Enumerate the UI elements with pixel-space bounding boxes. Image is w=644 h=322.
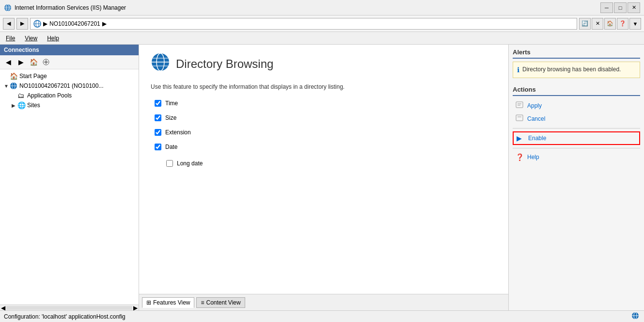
maximize-button[interactable]: □ bbox=[614, 2, 627, 13]
checkbox-extension: Extension bbox=[155, 129, 497, 136]
window-title: Internet Information Services (IIS) Mana… bbox=[15, 4, 126, 11]
server-icon bbox=[10, 82, 17, 90]
sites-icon: 🌐 bbox=[17, 101, 25, 109]
app-pools-icon: 🗂 bbox=[17, 92, 25, 99]
address-field[interactable]: ▶ NO1010042067201 ▶ bbox=[30, 18, 577, 30]
title-bar: Internet Information Services (IIS) Mana… bbox=[0, 0, 644, 16]
alerts-section: Alerts ℹ Directory browsing has been dis… bbox=[509, 45, 644, 82]
svg-rect-19 bbox=[516, 102, 523, 108]
address-text: NO1010042067201 bbox=[49, 20, 100, 27]
address-end-arrow: ▶ bbox=[102, 20, 107, 27]
tree-server-children: 🗂 Application Pools ▶ 🌐 Sites bbox=[2, 91, 137, 110]
status-text: Configuration: 'localhost' applicationHo… bbox=[4, 313, 126, 320]
checkbox-extension-input[interactable] bbox=[155, 129, 161, 136]
actions-section: Actions Apply Canc bbox=[509, 82, 644, 167]
alert-text: Directory browsing has been disabled. bbox=[522, 66, 621, 74]
status-icon bbox=[630, 312, 640, 321]
directory-browsing-icon bbox=[151, 52, 170, 76]
app-icon bbox=[4, 4, 12, 12]
tab-content-view[interactable]: ≡ Content View bbox=[196, 297, 245, 308]
alert-box: ℹ Directory browsing has been disabled. bbox=[513, 62, 640, 78]
checkbox-time-input[interactable] bbox=[155, 100, 161, 107]
connections-scrollbar[interactable]: ◀ ▶ bbox=[0, 305, 139, 310]
actions-panel: Alerts ℹ Directory browsing has been dis… bbox=[508, 45, 644, 310]
tree-item-sites[interactable]: ▶ 🌐 Sites bbox=[10, 100, 137, 110]
checkbox-list: Time Size Extension Date Long bbox=[151, 100, 497, 167]
checkbox-time: Time bbox=[155, 100, 497, 107]
refresh-button[interactable]: 🔄 bbox=[579, 18, 591, 30]
settings-button[interactable]: ▼ bbox=[629, 18, 641, 30]
action-help[interactable]: ❓ Help bbox=[513, 151, 640, 163]
action-divider-2 bbox=[513, 148, 640, 148]
connections-panel: Connections ◀ ▶ 🏠 🏠 Start Page bbox=[0, 45, 139, 310]
connections-forward-btn[interactable]: ▶ bbox=[16, 57, 26, 67]
page-description: Use this feature to specify the informat… bbox=[151, 83, 497, 90]
address-bar: ◀ ▶ ▶ NO1010042067201 ▶ 🔄 ✕ 🏠 ❓ ▼ bbox=[0, 16, 644, 32]
svg-rect-22 bbox=[516, 115, 523, 121]
actions-header: Actions bbox=[513, 86, 640, 96]
checkbox-date-input[interactable] bbox=[155, 144, 161, 150]
tab-features-view[interactable]: ⊞ Features View bbox=[142, 297, 194, 308]
menu-help[interactable]: Help bbox=[45, 34, 61, 43]
help-toolbar-button[interactable]: ❓ bbox=[617, 18, 628, 30]
checkbox-date: Date bbox=[155, 144, 497, 150]
start-page-icon: 🏠 bbox=[10, 72, 17, 80]
status-bar: Configuration: 'localhost' applicationHo… bbox=[0, 310, 644, 322]
menu-bar: File View Help bbox=[0, 32, 644, 45]
page-header: Directory Browsing bbox=[151, 52, 497, 76]
content-main: Directory Browsing Use this feature to s… bbox=[139, 45, 508, 294]
connections-back-btn[interactable]: ◀ bbox=[3, 57, 14, 67]
action-divider bbox=[513, 128, 640, 129]
enable-icon: ▶ bbox=[517, 134, 525, 142]
checkbox-long-date-input[interactable] bbox=[166, 160, 173, 167]
address-globe-icon bbox=[33, 20, 41, 28]
connections-tree: 🏠 Start Page ▼ NO1010042067201 (NO10100.… bbox=[0, 69, 139, 305]
main-layout: Connections ◀ ▶ 🏠 🏠 Start Page bbox=[0, 45, 644, 310]
connections-toolbar: ◀ ▶ 🏠 bbox=[0, 55, 139, 69]
checkbox-size-input[interactable] bbox=[155, 114, 161, 121]
page-title: Directory Browsing bbox=[176, 57, 273, 71]
checkbox-long-date: Long date bbox=[166, 160, 497, 167]
content-view-icon: ≡ bbox=[201, 299, 204, 306]
address-toolbar-icons: 🔄 ✕ 🏠 ❓ ▼ bbox=[579, 18, 641, 30]
address-arrow: ▶ bbox=[43, 20, 47, 27]
close-button[interactable]: ✕ bbox=[628, 2, 640, 13]
alerts-header: Alerts bbox=[513, 48, 640, 59]
apply-icon bbox=[516, 101, 524, 110]
action-apply[interactable]: Apply bbox=[513, 99, 640, 112]
tree-item-server[interactable]: ▼ NO1010042067201 (NO10100... bbox=[2, 81, 137, 91]
menu-file[interactable]: File bbox=[4, 34, 17, 43]
checkbox-long-date-container: Long date bbox=[155, 160, 497, 167]
checkbox-size: Size bbox=[155, 114, 497, 121]
connections-add-btn[interactable] bbox=[41, 57, 51, 67]
content-area: Directory Browsing Use this feature to s… bbox=[139, 45, 508, 310]
action-enable[interactable]: ▶ Enable bbox=[513, 131, 640, 145]
stop-button[interactable]: ✕ bbox=[592, 18, 603, 30]
alert-info-icon: ℹ bbox=[517, 66, 519, 74]
minimize-button[interactable]: ─ bbox=[600, 2, 613, 13]
window-controls: ─ □ ✕ bbox=[600, 2, 640, 13]
tree-item-app-pools[interactable]: 🗂 Application Pools bbox=[10, 91, 137, 100]
back-button[interactable]: ◀ bbox=[3, 18, 15, 30]
forward-button[interactable]: ▶ bbox=[16, 18, 28, 30]
connections-header: Connections bbox=[0, 45, 139, 55]
home-button[interactable]: 🏠 bbox=[604, 18, 616, 30]
content-tabs: ⊞ Features View ≡ Content View bbox=[139, 294, 508, 310]
menu-view[interactable]: View bbox=[23, 34, 39, 43]
action-cancel[interactable]: Cancel bbox=[513, 112, 640, 125]
features-view-icon: ⊞ bbox=[146, 299, 151, 306]
cancel-icon bbox=[516, 114, 524, 123]
help-icon: ❓ bbox=[516, 153, 524, 161]
tree-item-start-page[interactable]: 🏠 Start Page bbox=[2, 71, 137, 81]
connections-home-btn[interactable]: 🏠 bbox=[28, 57, 39, 67]
